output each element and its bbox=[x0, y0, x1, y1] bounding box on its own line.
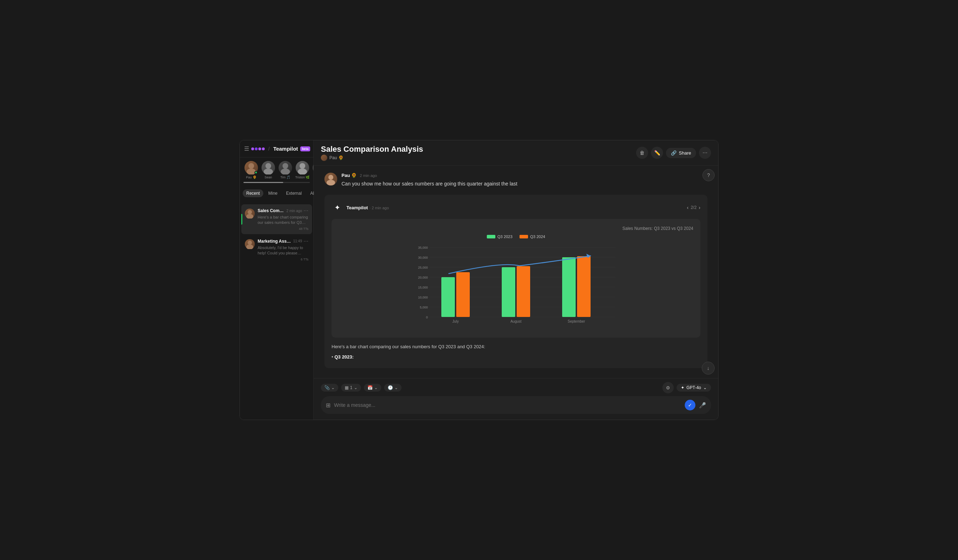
main-content: Sales Comparison Analysis Pau 🌻 🗑 ✏️ 🔗 S… bbox=[314, 140, 718, 420]
response-text-main: Here's a bar chart comparing our sales n… bbox=[331, 344, 485, 349]
avatar-image-pau bbox=[244, 161, 258, 175]
user-message: Pau 🌻 2 min ago Can you show me how our … bbox=[324, 173, 707, 187]
topbar-user-avatar bbox=[321, 155, 327, 161]
topbar-subtitle: Pau 🌻 bbox=[321, 155, 632, 161]
user-message-avatar bbox=[324, 173, 337, 186]
conversation-item-marketing[interactable]: Marketing Assistance Request 11:49 ⋯ Abs… bbox=[241, 235, 312, 265]
sidebar: ☰ / Teampilot beta ⌄ 🔍 Pau 🌻 bbox=[240, 140, 314, 420]
legend-q2024: Q3 2024 bbox=[520, 235, 545, 239]
svg-point-7 bbox=[298, 168, 307, 175]
tab-mine[interactable]: Mine bbox=[265, 189, 281, 197]
add-image-button[interactable]: ⊞ bbox=[326, 402, 330, 409]
bar-chart-svg: 35,000 30,000 25,000 20,000 15,000 10,00… bbox=[339, 244, 693, 329]
avatar-sean[interactable]: Sean bbox=[260, 161, 276, 179]
gpt-model-label: GPT-4o bbox=[687, 385, 701, 390]
filter-count: 1 bbox=[350, 385, 352, 390]
svg-point-14 bbox=[328, 175, 333, 180]
topbar: Sales Comparison Analysis Pau 🌻 🗑 ✏️ 🔗 S… bbox=[314, 140, 718, 166]
response-bullet-q2023: Q3 2023: bbox=[335, 354, 354, 360]
menu-icon[interactable]: ☰ bbox=[244, 145, 249, 152]
msg-header-row: Pau 🌻 2 min ago bbox=[341, 173, 707, 178]
chart-svg-wrapper: 35,000 30,000 25,000 20,000 15,000 10,00… bbox=[339, 244, 693, 330]
attachment-button[interactable]: 📎 ⌄ bbox=[321, 384, 338, 392]
separator: / bbox=[268, 146, 270, 152]
scroll-down-button[interactable]: ↓ bbox=[702, 362, 715, 374]
ai-response-card: ✦ Teampilot · 2 min ago ‹ 2/2 › Sales Nu… bbox=[324, 195, 707, 368]
share-button[interactable]: 🔗 Share bbox=[666, 148, 696, 158]
token-badge-sales: 48 TTs bbox=[299, 227, 308, 231]
conv-preview-sales: Here's a bar chart comparing our sales n… bbox=[258, 215, 308, 225]
svg-point-5 bbox=[281, 168, 290, 175]
svg-text:30,000: 30,000 bbox=[418, 256, 428, 259]
conv-title-row: Sales Comparison Analysis 2 min ago ⋯ bbox=[258, 208, 308, 214]
input-area: 📎 ⌄ ▦ 1 ⌄ 📅 ⌄ 🕐 ⌄ ⚙ bbox=[314, 378, 718, 420]
clock-button[interactable]: 🕐 ⌄ bbox=[384, 384, 401, 392]
svg-point-10 bbox=[247, 210, 252, 214]
send-button[interactable]: ✓ bbox=[685, 400, 695, 411]
conversation-item-sales[interactable]: Sales Comparison Analysis 2 min ago ⋯ He… bbox=[241, 204, 312, 234]
topbar-username: Pau 🌻 bbox=[329, 155, 344, 160]
svg-text:15,000: 15,000 bbox=[418, 286, 428, 289]
nav-prev[interactable]: ‹ bbox=[687, 205, 688, 210]
delete-button[interactable]: 🗑 bbox=[636, 147, 648, 159]
avatar-label-sean: Sean bbox=[264, 176, 272, 179]
avatar-h4nj0[interactable]: h4nj0 bbox=[312, 161, 313, 179]
svg-point-13 bbox=[246, 244, 253, 249]
tab-external[interactable]: External bbox=[282, 189, 305, 197]
nav-next[interactable]: › bbox=[699, 205, 700, 210]
svg-text:20,000: 20,000 bbox=[418, 276, 428, 279]
avatar-tim[interactable]: Tim 🎵 bbox=[278, 161, 293, 179]
chart-container: Sales Numbers: Q3 2023 vs Q3 2024 Q3 202… bbox=[331, 219, 700, 338]
ai-star-icon: ✦ bbox=[331, 202, 343, 213]
help-button[interactable]: ? bbox=[703, 169, 715, 181]
gpt-model-selector[interactable]: ✦ GPT-4o ⌄ bbox=[677, 384, 711, 392]
avatar-label-tim: Tim 🎵 bbox=[280, 176, 290, 179]
conv-preview-marketing: Absolutely, I'd be happy to help! Could … bbox=[258, 245, 308, 256]
conv-more-marketing[interactable]: ⋯ bbox=[303, 238, 308, 244]
link-icon: 🔗 bbox=[671, 150, 677, 155]
svg-text:35,000: 35,000 bbox=[418, 246, 428, 249]
nav-current: 2/2 bbox=[691, 205, 697, 210]
mic-button[interactable]: 🎤 bbox=[699, 402, 706, 409]
conv-footer-marketing: 6 TTs bbox=[245, 258, 308, 261]
svg-text:10,000: 10,000 bbox=[418, 296, 428, 299]
brand-name: Teampilot bbox=[273, 146, 298, 152]
ai-sender: Teampilot bbox=[346, 205, 368, 210]
topbar-title-area: Sales Comparison Analysis Pau 🌻 bbox=[321, 144, 632, 161]
conv-header: Sales Comparison Analysis 2 min ago ⋯ He… bbox=[245, 208, 308, 225]
conv-title-row-marketing: Marketing Assistance Request 11:49 ⋯ bbox=[258, 238, 308, 244]
conv-title-marketing: Marketing Assistance Request bbox=[258, 239, 292, 244]
settings-button[interactable]: ⚙ bbox=[662, 382, 674, 393]
ai-response-bullet: • Q3 2023: bbox=[331, 354, 700, 361]
filter-count-button[interactable]: ▦ 1 ⌄ bbox=[341, 384, 361, 392]
tab-recent[interactable]: Recent bbox=[243, 189, 263, 197]
avatar-image-h4nj0 bbox=[313, 161, 313, 175]
conversation-list: Sales Comparison Analysis 2 min ago ⋯ He… bbox=[240, 202, 313, 420]
user-message-body: Pau 🌻 2 min ago Can you show me how our … bbox=[341, 173, 707, 187]
paperclip-icon: 📎 bbox=[324, 385, 330, 390]
chart-legend: Q3 2023 Q3 2024 bbox=[339, 235, 693, 239]
ai-response-text: Here's a bar chart comparing our sales n… bbox=[331, 343, 700, 351]
legend-color-green bbox=[487, 235, 495, 238]
more-options-button[interactable]: ⋯ bbox=[699, 147, 711, 159]
calendar-button[interactable]: 📅 ⌄ bbox=[364, 384, 381, 392]
bar-july-q2024 bbox=[456, 272, 470, 317]
conv-title-sales: Sales Comparison Analysis bbox=[258, 208, 285, 213]
filter-tabs: Recent Mine External All + New bbox=[240, 184, 313, 202]
edit-button[interactable]: ✏️ bbox=[651, 147, 663, 159]
progress-fill bbox=[243, 182, 283, 183]
avatar-label-pau: Pau 🌻 bbox=[246, 176, 257, 179]
conv-more-sales[interactable]: ⋯ bbox=[303, 208, 308, 214]
legend-label-q2024: Q3 2024 bbox=[530, 235, 545, 239]
filter-chevron: ⌄ bbox=[354, 385, 357, 390]
sidebar-header: ☰ / Teampilot beta ⌄ 🔍 bbox=[240, 140, 313, 157]
svg-point-4 bbox=[282, 163, 288, 169]
message-input[interactable] bbox=[334, 402, 681, 408]
attach-chevron: ⌄ bbox=[331, 385, 335, 390]
svg-text:5,000: 5,000 bbox=[420, 306, 428, 309]
avatar-pau[interactable]: Pau 🌻 bbox=[243, 161, 259, 179]
bar-september-q2023 bbox=[562, 257, 576, 317]
chat-area: ? Pau 🌻 2 min ago Can you show me how ou… bbox=[314, 166, 718, 378]
avatar-triston[interactable]: Triston 🌿 bbox=[295, 161, 310, 179]
beta-badge: beta bbox=[300, 146, 311, 151]
